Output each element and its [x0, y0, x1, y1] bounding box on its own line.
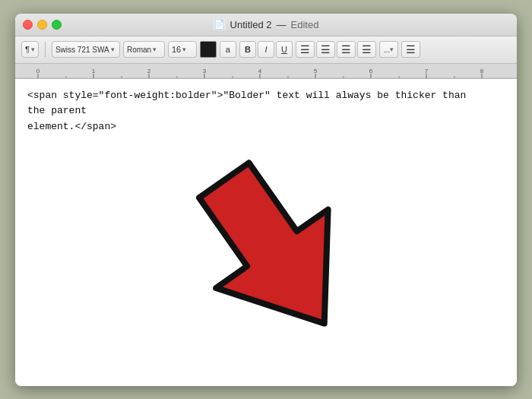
svg-text:3: 3	[203, 68, 207, 74]
align-center-button[interactable]: ☰	[316, 41, 335, 58]
ruler-svg: 0 1 2 3 4 5 6 7 8	[15, 64, 517, 79]
underline-button[interactable]: U	[276, 41, 293, 58]
align-justify-button[interactable]: ☰	[357, 41, 376, 58]
svg-text:7: 7	[425, 68, 429, 74]
paragraph-style-select[interactable]: ¶ ▾	[21, 41, 39, 58]
document-icon: 📄	[214, 18, 226, 30]
font-family-select[interactable]: Swiss 721 SWA ▾	[52, 41, 120, 58]
color-group	[200, 41, 217, 58]
red-arrow-cursor	[182, 140, 395, 353]
svg-text:0: 0	[36, 68, 40, 74]
maximize-button[interactable]	[52, 20, 62, 30]
more-button[interactable]: ... ▾	[379, 41, 398, 58]
chevron-down-icon: ▾	[182, 46, 186, 53]
minimize-button[interactable]	[37, 20, 47, 30]
italic-button[interactable]: I	[258, 41, 274, 58]
character-style-button[interactable]: a	[220, 41, 236, 58]
font-style-select[interactable]: Roman ▾	[123, 41, 165, 58]
editor-line1: <span style="font-weight:bolder">"Bolder…	[27, 90, 466, 117]
bold-button[interactable]: B	[239, 41, 256, 58]
app-window: 📄 Untitled 2 — Edited ¶ ▾ Swiss 721 SWA …	[15, 14, 517, 386]
svg-text:1: 1	[92, 68, 96, 74]
editor-area[interactable]: <span style="font-weight:bolder">"Bolder…	[15, 79, 517, 386]
window-title: 📄 Untitled 2 — Edited	[214, 18, 319, 30]
titlebar: 📄 Untitled 2 — Edited	[15, 14, 517, 36]
document-title: Untitled 2	[230, 19, 272, 30]
window-controls	[23, 20, 62, 30]
chevron-down-icon: ▾	[153, 46, 157, 53]
align-left-button[interactable]: ☰	[296, 41, 315, 58]
svg-text:8: 8	[480, 68, 484, 74]
font-style-label: Roman	[127, 46, 151, 54]
list-button[interactable]: ☰	[401, 41, 420, 58]
text-format-group: B I U	[239, 41, 293, 58]
text-color-swatch[interactable]	[200, 41, 217, 58]
font-family-label: Swiss 721 SWA	[55, 46, 109, 54]
paragraph-mark: ¶	[25, 45, 30, 54]
font-size-select[interactable]: 16 ▾	[168, 41, 197, 58]
chevron-down-icon: ▾	[31, 46, 35, 53]
svg-text:5: 5	[314, 68, 318, 74]
align-right-button[interactable]: ☰	[337, 41, 356, 58]
svg-text:2: 2	[147, 68, 151, 74]
svg-marker-27	[182, 141, 380, 352]
font-size-label: 16	[172, 45, 181, 54]
edited-status: Edited	[291, 19, 319, 30]
editor-content: <span style="font-weight:bolder">"Bolder…	[27, 88, 483, 135]
title-separator: —	[277, 19, 287, 30]
ruler: ¶ 0 1 2 3 4 5 6 7 8	[15, 64, 517, 79]
alignment-group: ☰ ☰ ☰ ☰	[296, 41, 376, 58]
separator-1	[45, 42, 46, 57]
editor-line2: element.</span>	[27, 121, 116, 132]
toolbar: ¶ ▾ Swiss 721 SWA ▾ Roman ▾ 16 ▾ a	[15, 36, 517, 64]
chevron-down-icon: ▾	[390, 46, 394, 53]
svg-text:6: 6	[369, 68, 373, 74]
close-button[interactable]	[23, 20, 33, 30]
chevron-down-icon: ▾	[111, 46, 115, 53]
svg-text:4: 4	[258, 68, 262, 74]
